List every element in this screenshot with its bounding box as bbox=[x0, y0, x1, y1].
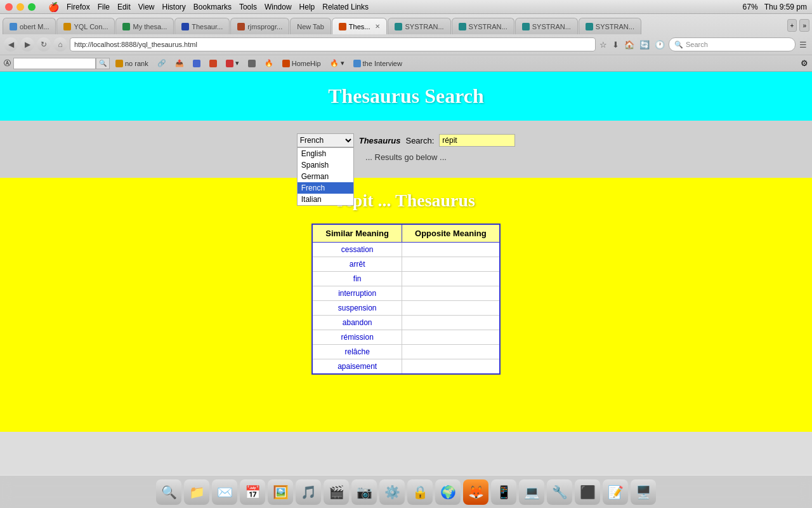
tab-1[interactable]: YQL Con... bbox=[56, 18, 115, 34]
home-nav-button[interactable]: 🏠 bbox=[623, 40, 636, 50]
dock-tools[interactable]: 🔧 bbox=[547, 479, 572, 505]
url-bar[interactable]: http://localhost:8888/yql_thesaurus.html bbox=[70, 37, 596, 51]
apple-menu[interactable]: 🍎 bbox=[48, 2, 59, 12]
tab-0[interactable]: obert M... bbox=[3, 18, 56, 34]
reload-button[interactable]: ↻ bbox=[37, 37, 51, 51]
dock-mail[interactable]: ✉️ bbox=[212, 479, 237, 505]
new-tab-button[interactable]: + bbox=[787, 19, 797, 32]
bookmark-gmail-dropdown[interactable]: ▾ bbox=[235, 59, 239, 67]
menu-button[interactable]: ☰ bbox=[798, 40, 808, 50]
menu-help[interactable]: Help bbox=[299, 3, 315, 11]
bookmark-g[interactable] bbox=[245, 59, 259, 68]
bookmark-share[interactable]: 📤 bbox=[172, 58, 187, 68]
home-button[interactable]: ⌂ bbox=[53, 37, 67, 51]
tab-7[interactable]: SYSTRAN... bbox=[388, 18, 450, 34]
tab-10[interactable]: SYSTRAN... bbox=[579, 18, 641, 34]
similar-cell-3: interruption bbox=[312, 286, 402, 301]
tab-favicon-6 bbox=[339, 23, 346, 30]
dock-security[interactable]: 🔒 bbox=[407, 479, 433, 505]
sync-button[interactable]: 🔄 bbox=[638, 40, 651, 50]
tab-3[interactable]: Thesaur... bbox=[174, 18, 230, 34]
dock-music[interactable]: 🎵 bbox=[296, 479, 321, 505]
table-row: apaisement bbox=[312, 359, 499, 375]
bookmark-icons-icon: 🔗 bbox=[157, 59, 166, 67]
tab-label-6: Thes... bbox=[349, 23, 370, 30]
dropdown-italian[interactable]: Italian bbox=[298, 194, 353, 205]
dock-terminal[interactable]: ⬛ bbox=[575, 479, 600, 505]
bookmark-interview-group[interactable]: 🔥 ▾ bbox=[327, 58, 348, 68]
tab-overflow-button[interactable]: » bbox=[799, 19, 809, 32]
tab-favicon-1 bbox=[63, 23, 71, 30]
dropdown-german[interactable]: German bbox=[298, 171, 353, 182]
bookmark-favicon-interview bbox=[353, 60, 361, 67]
tab-8[interactable]: SYSTRAN... bbox=[452, 18, 514, 34]
bookmark-homehip[interactable]: HomeHip bbox=[279, 59, 324, 68]
web-search-button[interactable]: 🔍 bbox=[96, 58, 110, 69]
bookmarks-bar: Ⓐ 🔍 no rank 🔗 📤 ▾ 🔥 bbox=[0, 55, 812, 71]
page-content: Thesaurus Search English Spanish German … bbox=[0, 72, 812, 476]
tab-favicon-9 bbox=[522, 23, 530, 30]
dock-globe[interactable]: 🌍 bbox=[435, 479, 461, 505]
similar-cell-7: relâche bbox=[312, 345, 402, 359]
dropdown-spanish[interactable]: Spanish bbox=[298, 159, 353, 171]
dropdown-french[interactable]: French bbox=[298, 182, 353, 194]
search-input[interactable] bbox=[439, 134, 515, 147]
minimize-button[interactable] bbox=[16, 3, 24, 11]
menu-file[interactable]: File bbox=[98, 3, 110, 11]
history-button[interactable]: 🕐 bbox=[653, 40, 666, 50]
menu-window[interactable]: Window bbox=[265, 3, 292, 11]
dock-folder[interactable]: 📁 bbox=[184, 479, 209, 505]
dock-photos[interactable]: 🖼️ bbox=[268, 479, 293, 505]
bookmark-star[interactable]: ☆ bbox=[598, 40, 608, 50]
window-controls[interactable] bbox=[5, 3, 41, 11]
dock-laptop[interactable]: 💻 bbox=[519, 479, 544, 505]
tab-close-6[interactable]: ✕ bbox=[375, 23, 380, 30]
table-row: arrêt bbox=[312, 257, 499, 272]
menubar-right: 67% Thu 9:59 pm bbox=[743, 3, 807, 11]
dock-phone[interactable]: 📱 bbox=[491, 479, 516, 505]
browser-search-bar[interactable]: 🔍 Search bbox=[669, 37, 796, 51]
web-search-input[interactable] bbox=[13, 58, 96, 69]
downloads-button[interactable]: ⬇ bbox=[611, 40, 620, 50]
bookmark-fire[interactable]: 🔥 bbox=[261, 58, 277, 68]
tab-9[interactable]: SYSTRAN... bbox=[515, 18, 578, 34]
dock-notepad[interactable]: 📝 bbox=[603, 479, 628, 505]
language-dropdown[interactable]: English Spanish German French Italian bbox=[297, 147, 354, 206]
language-select[interactable]: English Spanish German French Italian bbox=[297, 133, 354, 147]
dock-video[interactable]: 🎬 bbox=[324, 479, 349, 505]
bookmark-the-interview[interactable]: the Interview bbox=[350, 59, 405, 68]
menu-related-links[interactable]: Related Links bbox=[322, 3, 369, 11]
menu-view[interactable]: View bbox=[138, 3, 155, 11]
menu-edit[interactable]: Edit bbox=[117, 3, 131, 11]
bookmark-icons[interactable]: 🔗 bbox=[154, 58, 169, 68]
dock-monitor[interactable]: 🖥️ bbox=[631, 479, 656, 505]
close-button[interactable] bbox=[5, 3, 13, 11]
similar-cell-0: cessation bbox=[312, 243, 402, 257]
tab-4[interactable]: rjmsprogr... bbox=[230, 18, 289, 34]
bookmark-b1[interactable] bbox=[190, 59, 204, 68]
bookmark-b2[interactable] bbox=[206, 59, 220, 68]
tab-5[interactable]: New Tab bbox=[290, 18, 331, 34]
dock-finder[interactable]: 🔍 bbox=[156, 479, 181, 505]
tab-6[interactable]: Thes... ✕ bbox=[332, 18, 388, 34]
tab-2[interactable]: My thesa... bbox=[115, 18, 174, 34]
dock-camera[interactable]: 📷 bbox=[351, 479, 377, 505]
menu-firefox[interactable]: Firefox bbox=[67, 3, 90, 11]
menu-tools[interactable]: Tools bbox=[239, 3, 257, 11]
bookmarks-settings[interactable]: ⚙ bbox=[801, 58, 808, 68]
dock-settings[interactable]: ⚙️ bbox=[379, 479, 405, 505]
dock-calendar[interactable]: 📅 bbox=[240, 479, 265, 505]
battery-indicator: 67% bbox=[743, 3, 758, 11]
menu-history[interactable]: History bbox=[162, 3, 186, 11]
tab-label-4: rjmsprogr... bbox=[247, 23, 282, 30]
dock-firefox[interactable]: 🦊 bbox=[463, 479, 488, 505]
bookmark-gmail[interactable]: ▾ bbox=[223, 58, 242, 68]
back-button[interactable]: ◀ bbox=[4, 37, 18, 51]
page-header: Thesaurus Search bbox=[0, 72, 812, 121]
maximize-button[interactable] bbox=[28, 3, 36, 11]
dropdown-english[interactable]: English bbox=[298, 148, 353, 159]
tab-label-7: SYSTRAN... bbox=[405, 23, 443, 30]
forward-button[interactable]: ▶ bbox=[20, 37, 34, 51]
menu-bookmarks[interactable]: Bookmarks bbox=[193, 3, 232, 11]
bookmark-no-rank[interactable]: no rank bbox=[112, 59, 152, 68]
